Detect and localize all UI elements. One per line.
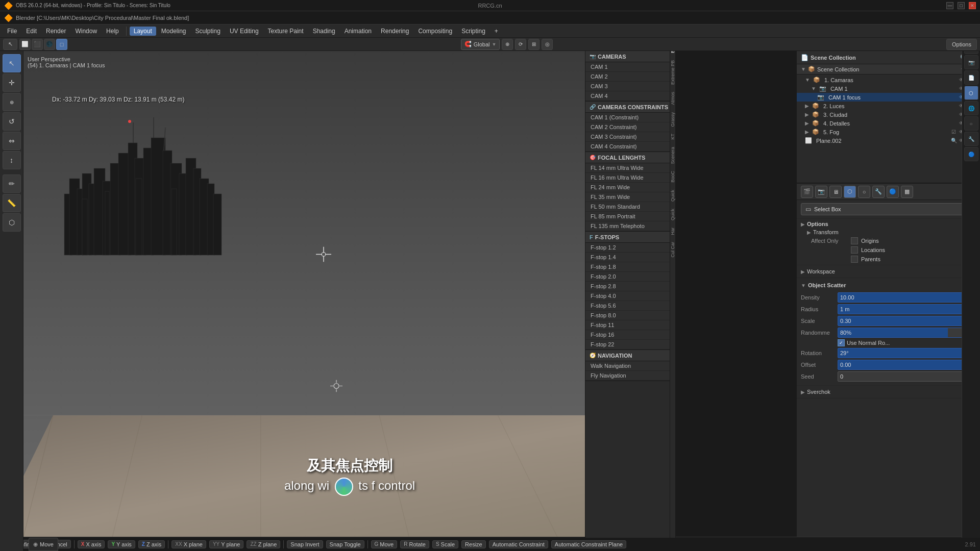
prop-icon-modifier[interactable]: 🔧	[872, 186, 885, 198]
plane-filter-icon[interactable]: 🔍	[951, 138, 957, 143]
density-input[interactable]: 10.00	[838, 292, 976, 303]
tab-sculpting[interactable]: Sculpting	[191, 27, 225, 36]
fstop-5-6[interactable]: F-stop 5.6	[585, 301, 676, 311]
fl-50-item[interactable]: FL 50 mm Standard	[585, 202, 676, 212]
fl-14-item[interactable]: FL 14 mm Ultra Wide	[585, 163, 676, 173]
fl-135-item[interactable]: FL 135 mm Telephoto	[585, 221, 676, 231]
fl-16-item[interactable]: FL 16 mm Ultra Wide	[585, 173, 676, 183]
tab-modeling[interactable]: Modeling	[157, 27, 190, 36]
add-workspace-button[interactable]: +	[491, 27, 502, 36]
origins-checkbox[interactable]	[851, 237, 858, 244]
right-icon-material[interactable]: 🔵	[964, 147, 978, 161]
options-section-header[interactable]: ▶ Options	[801, 221, 976, 227]
options-button[interactable]: Options	[946, 39, 977, 50]
resize-button[interactable]: Resize	[461, 540, 486, 548]
side-tab-quick2[interactable]: Quick	[669, 206, 676, 223]
viewport-display-wireframe[interactable]: □	[56, 39, 67, 50]
prop-icon-view-layer[interactable]: ⬡	[844, 186, 856, 198]
prop-icon-output[interactable]: 🖥	[829, 186, 842, 198]
menu-file[interactable]: File	[3, 27, 21, 36]
fl-85-item[interactable]: FL 85 mm Portrait	[585, 212, 676, 221]
navigation-header[interactable]: 🧭 NAVIGATION	[585, 350, 676, 361]
maximize-button[interactable]: □	[958, 2, 965, 9]
walk-navigation-item[interactable]: Walk Navigation	[585, 361, 676, 371]
tab-scripting[interactable]: Scripting	[457, 27, 489, 36]
pivot-point-btn[interactable]: ⊕	[502, 39, 513, 50]
rotate-tool-button[interactable]: ↺	[3, 112, 21, 131]
cam3-item[interactable]: CAM 3	[585, 82, 676, 91]
transform-tool-button[interactable]: ↕	[3, 151, 21, 169]
side-tab-scenera[interactable]: Scenera	[669, 144, 676, 167]
tab-texture-paint[interactable]: Texture Paint	[264, 27, 308, 36]
snap-invert-button[interactable]: Snap Invert	[287, 540, 323, 548]
outliner-item-ciudad[interactable]: ▶ 📦 3. Ciudad 👁 🖥 ⚙	[797, 110, 980, 119]
tab-shading[interactable]: Shading	[309, 27, 339, 36]
cam2-item[interactable]: CAM 2	[585, 72, 676, 82]
move-status-button[interactable]: G Move	[371, 540, 398, 548]
menu-window[interactable]: Window	[71, 27, 101, 36]
cursor-tool-button[interactable]: ✛	[3, 73, 21, 92]
cam3-constraint-item[interactable]: CAM 3 Constraint)	[585, 132, 676, 142]
right-icon-render[interactable]: 📷	[964, 55, 978, 69]
tab-rendering[interactable]: Rendering	[377, 27, 413, 36]
viewport-display-solid[interactable]: ⬜	[19, 39, 31, 50]
rotate-status-button[interactable]: R Rotate	[400, 540, 429, 548]
tab-compositing[interactable]: Compositing	[414, 27, 456, 36]
z-plane-button[interactable]: ZZ Z plane	[247, 540, 280, 548]
fstop-2-8[interactable]: F-stop 2.8	[585, 282, 676, 291]
fstop-2-0[interactable]: F-stop 2.0	[585, 272, 676, 282]
right-icon-object[interactable]: ○	[964, 116, 978, 131]
radius-input[interactable]: 1 m	[838, 304, 976, 314]
fstop-1-8[interactable]: F-stop 1.8	[585, 262, 676, 272]
right-icon-modifier[interactable]: 🔧	[964, 132, 978, 146]
prop-icon-scene[interactable]: 🎬	[801, 186, 813, 198]
y-plane-button[interactable]: YY Y plane	[209, 540, 243, 548]
outliner-item-luces[interactable]: ▶ 📦 2. Luces 👁 🖥 ⚙	[797, 102, 980, 110]
fstop-22[interactable]: F-stop 22	[585, 340, 676, 349]
close-button[interactable]: ✕	[969, 2, 976, 9]
tab-animation[interactable]: Animation	[340, 27, 376, 36]
side-tab-booc[interactable]: BooC	[669, 168, 676, 186]
fstop-4-0[interactable]: F-stop 4.0	[585, 291, 676, 301]
fstop-8-0[interactable]: F-stop 8.0	[585, 311, 676, 320]
outliner-item-detalles[interactable]: ▶ 📦 4. Detalles 👁 🖥 ⚙	[797, 119, 980, 128]
scene-collection-row[interactable]: ▼ 📦 Scene Collection 👁 🖥 ⚙	[797, 64, 980, 74]
seed-input[interactable]: 0	[838, 371, 976, 382]
outliner-item-camaras[interactable]: ▼ 📦 1. Camaras 👁 🖥 ⚙	[797, 76, 980, 84]
move-tool-button[interactable]: ⊕	[3, 93, 21, 111]
scale-input[interactable]: 0.30	[838, 316, 976, 326]
select-tool-button[interactable]: ↖	[3, 54, 21, 72]
auto-constraint-plane-button[interactable]: Automatic Constraint Plane	[551, 540, 626, 548]
annotate-tool-button[interactable]: ✏	[3, 174, 21, 193]
transform-section-header[interactable]: ▶ Transform	[801, 229, 976, 235]
right-icon-world[interactable]: 🌐	[964, 101, 978, 115]
side-tab-grassy[interactable]: Grassy	[669, 109, 676, 130]
side-tab-extreme[interactable]: Extreme PB	[669, 57, 676, 88]
minimize-button[interactable]: —	[946, 2, 953, 9]
focal-lengths-header[interactable]: 🎯 FOCAL LENGHTS	[585, 152, 676, 163]
randomme-input[interactable]: 80%	[838, 328, 976, 338]
parents-checkbox[interactable]	[851, 256, 858, 263]
prop-icon-render[interactable]: 📷	[815, 186, 827, 198]
fl-35-item[interactable]: FL 35 mm Wide	[585, 192, 676, 202]
object-scatter-header[interactable]: ▼ Object Scatter	[797, 280, 980, 290]
rotation-input[interactable]: 29°	[838, 348, 976, 358]
right-icon-view-layer[interactable]: ⬡	[964, 86, 978, 100]
main-viewport[interactable]: ▲ Dx: -33.72 m Dy: 39.03 m Dz: 13.91 m (…	[23, 51, 676, 537]
outliner-item-plane[interactable]: ⬜ Plane.002 🔍 👁 🖥 ⚙	[797, 136, 980, 145]
prop-icon-object[interactable]: ○	[858, 186, 870, 198]
offset-input[interactable]: 0.00	[838, 360, 976, 370]
cameras-constraints-header[interactable]: 🔗 CAMERAS CONSTRAINTS	[585, 102, 676, 113]
outliner-item-cam1-focus[interactable]: 📷 CAM 1 focus 👁 🖥 ⚙	[797, 93, 980, 102]
fstop-11[interactable]: F-stop 11	[585, 320, 676, 330]
fl-24-item[interactable]: FL 24 mm Wide	[585, 183, 676, 192]
menu-help[interactable]: Help	[102, 27, 123, 36]
cam4-constraint-item[interactable]: CAM 4 Constraint)	[585, 142, 676, 152]
workspace-section[interactable]: ▶ Workspace	[797, 265, 980, 278]
f-stops-header[interactable]: F F-STOPS	[585, 232, 676, 243]
tab-layout[interactable]: Layout	[130, 27, 156, 36]
outliner-item-fog[interactable]: ▶ 📦 5. Fog ☑ 👁 🖥 ⚙	[797, 128, 980, 136]
cam1-constraint-item[interactable]: CAM 1 (Constraint)	[585, 113, 676, 122]
locations-checkbox[interactable]	[851, 246, 858, 254]
select-box-button[interactable]: ▭ Select Box	[801, 203, 976, 215]
